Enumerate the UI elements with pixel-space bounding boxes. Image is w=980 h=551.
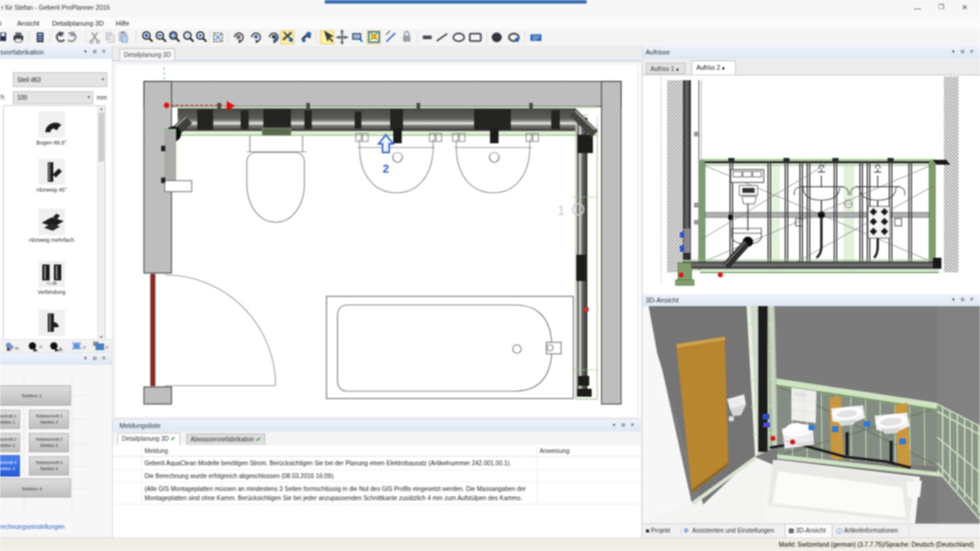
svg-text:Teilabschnitt 2: Teilabschnitt 2 [36, 437, 62, 441]
svg-text:Sektion 2: Sektion 2 [40, 420, 58, 424]
svg-text:Verbindung: Verbindung [37, 289, 66, 295]
svg-text:Sektion 1: Sektion 1 [0, 420, 15, 424]
svg-text:Abzweig mehrfach: Abzweig mehrfach [29, 237, 74, 243]
svg-text:+1 dB: +1 dB [46, 281, 56, 285]
svg-text:Teilabschnitt 3: Teilabschnitt 3 [36, 460, 62, 465]
svg-text:1: 1 [557, 203, 565, 218]
svg-text:abschnitt 2: abschnitt 2 [0, 437, 17, 441]
svg-text:Sektion 4: Sektion 4 [40, 467, 58, 471]
svg-text:Sektion 4: Sektion 4 [21, 486, 42, 492]
svg-text:Bogen 88.5°: Bogen 88.5° [36, 140, 67, 146]
svg-text:2: 2 [383, 162, 390, 175]
svg-text:Abzweig 45°: Abzweig 45° [36, 187, 67, 193]
svg-text:Sektion 3: Sektion 3 [0, 467, 15, 471]
svg-text:abschnitt 1: abschnitt 1 [0, 414, 17, 418]
svg-text:abschnitt 3: abschnitt 3 [0, 460, 17, 465]
svg-text:Sektion 1: Sektion 1 [21, 393, 42, 399]
svg-text:Sektion 2: Sektion 2 [0, 443, 15, 448]
svg-text:Teilabschnitt 1: Teilabschnitt 1 [36, 414, 62, 418]
svg-text:Sektion 3: Sektion 3 [40, 443, 58, 448]
